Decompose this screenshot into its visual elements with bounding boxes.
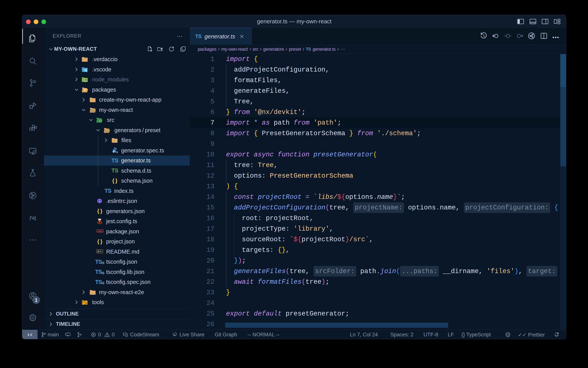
svg-text:npm: npm xyxy=(98,230,102,232)
svg-text:TS: TS xyxy=(115,151,118,153)
svg-text:js: js xyxy=(85,79,87,81)
svg-text:M: M xyxy=(97,250,99,253)
